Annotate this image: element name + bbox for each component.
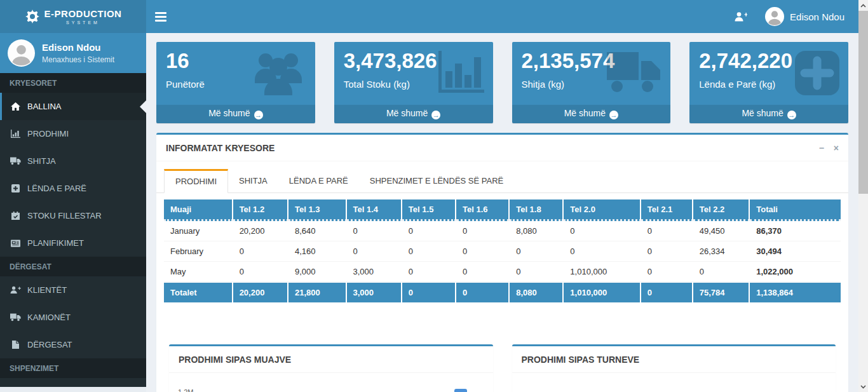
column-header: Tel 2.2 xyxy=(693,199,750,221)
app-logo[interactable]: E-PRODUCTION SYSTEM xyxy=(0,0,146,33)
table-header-row: Muaji Tel 1.2 Tel 1.3 Tel 1.4 Tel 1.5 Te… xyxy=(164,199,841,221)
close-icon[interactable]: × xyxy=(834,143,839,153)
sidebar-item-label: KAMIONËT xyxy=(27,313,71,322)
sidebar-item-planifikimet[interactable]: PLANIFIKIMET xyxy=(0,229,146,257)
column-header: Tel 2.0 xyxy=(564,199,641,221)
column-header: Tel 1.6 xyxy=(456,199,510,221)
column-header: Tel 2.1 xyxy=(641,199,693,221)
plus-square-icon xyxy=(10,184,21,193)
tab-lenda-e-pare[interactable]: LËNDA E PARË xyxy=(278,169,359,193)
avatar xyxy=(765,7,784,26)
column-header: Tel 1.8 xyxy=(510,199,564,221)
stat-card-lenda-e-pare: 2,742,220 Lënda e Parë (kg) Më shumë→ xyxy=(689,42,848,123)
sidebar-item-label: STOKU FILLESTAR xyxy=(27,211,102,220)
legend-swatch[interactable] xyxy=(454,389,467,392)
column-header: Tel 1.2 xyxy=(233,199,288,221)
user-plus-icon[interactable] xyxy=(735,12,747,22)
stat-card-total-stoku: 3,473,826 Total Stoku (kg) Më shumë→ xyxy=(334,42,493,123)
sidebar-item-label: BALLINA xyxy=(27,102,61,111)
sidebar-item-label: KLIENTËT xyxy=(27,285,67,295)
sidebar-item-kamionet[interactable]: KAMIONËT xyxy=(0,304,146,331)
chart-prodhimi-sipas-turneve: PRODHIMI SIPAS TURNEVE xyxy=(512,344,836,392)
table-row: May 0 9,000 3,000 0 0 0 1,010,000 0 0 1,… xyxy=(164,262,841,282)
home-icon xyxy=(10,102,21,111)
cell-total: 1,022,000 xyxy=(750,262,841,282)
table-row: January 20,200 8,640 0 0 0 8,080 0 0 49,… xyxy=(164,221,841,241)
y-axis-tick: 1.2M xyxy=(178,388,193,392)
menu-section-kryesoret: KRYESORET xyxy=(0,73,146,93)
menu-section-shpenzimet: SHPENZIMET xyxy=(0,358,146,378)
sidebar-menu: KRYESORET BALLINA PRODHIMI SHITJA xyxy=(0,73,146,378)
sidebar-toggle-button[interactable] xyxy=(146,0,175,33)
sidebar-item-lenda-e-pare[interactable]: LËNDA E PARË xyxy=(0,175,146,202)
table-row: February 0 4,160 0 0 0 0 0 0 26,334 30,4… xyxy=(164,241,841,262)
users-icon xyxy=(249,50,308,97)
topbar: E-PRODUCTION SYSTEM Edison Ndou xyxy=(0,0,858,33)
file-icon xyxy=(10,341,21,349)
bar-chart-icon xyxy=(435,50,485,97)
brand-name: E-PRODUCTION xyxy=(44,9,122,18)
collapse-icon[interactable]: − xyxy=(819,143,824,153)
arrow-circle-right-icon: → xyxy=(787,111,796,119)
sidebar-item-ballina[interactable]: BALLINA xyxy=(0,93,146,120)
cell-month: January xyxy=(164,221,233,241)
cell-month: May xyxy=(164,262,233,282)
tab-shpenzimet-e-lendes[interactable]: SHPENZIMET E LËNDËS SË PARË xyxy=(359,169,514,193)
tab-shitja[interactable]: SHITJA xyxy=(228,169,278,193)
app-root: E-PRODUCTION SYSTEM Edison Ndou xyxy=(0,0,868,392)
main-content: 16 Punëtorë Më shumë→ 3,473,826 Total St… xyxy=(146,33,858,392)
panel-title: INFORMATAT KRYESORE xyxy=(166,143,275,153)
chart-title: PRODHIMI SIPAS MUAJVE xyxy=(169,346,493,373)
sidebar-item-stoku-fillestar[interactable]: STOKU FILLESTAR xyxy=(0,202,146,229)
sidebar-item-label: SHITJA xyxy=(27,156,56,166)
gear-icon xyxy=(25,9,40,24)
sidebar-item-label: PLANIFIKIMET xyxy=(27,238,84,248)
charts-row: PRODHIMI SIPAS MUAJVE 1.2M PRODHIMI SIPA… xyxy=(169,344,836,392)
more-link[interactable]: Më shumë→ xyxy=(689,105,848,123)
stat-card-shitja: 2,135,574 Shitja (kg) Më shumë→ xyxy=(512,42,671,123)
cell-total: 30,494 xyxy=(750,241,841,262)
scroll-up-button[interactable] xyxy=(858,0,868,11)
more-link[interactable]: Më shumë→ xyxy=(512,105,671,123)
scrollbar-thumb[interactable] xyxy=(858,11,868,194)
chart-area: 1.2M xyxy=(178,388,484,392)
more-link[interactable]: Më shumë→ xyxy=(156,105,315,123)
tab-prodhimi[interactable]: PRODHIMI xyxy=(164,169,228,193)
topbar-user-name: Edison Ndou xyxy=(790,11,844,22)
sidebar-item-shitja[interactable]: SHITJA xyxy=(0,147,146,175)
brand-subtitle: SYSTEM xyxy=(66,20,100,25)
sidebar-item-dergesat[interactable]: DËRGESAT xyxy=(0,331,146,358)
production-table: Muaji Tel 1.2 Tel 1.3 Tel 1.4 Tel 1.5 Te… xyxy=(164,199,841,302)
arrow-circle-right-icon: → xyxy=(254,111,263,119)
vertical-scrollbar[interactable] xyxy=(858,0,868,392)
column-header: Tel 1.3 xyxy=(288,199,347,221)
tab-bar: PRODHIMI SHITJA LËNDA E PARË SHPENZIMET … xyxy=(156,169,848,193)
column-header: Totali xyxy=(750,199,841,221)
sidebar-item-prodhimi[interactable]: PRODHIMI xyxy=(0,120,146,147)
sidebar-user-name: Edison Ndou xyxy=(42,42,114,53)
truck-icon xyxy=(10,157,21,165)
chart-title: PRODHIMI SIPAS TURNEVE xyxy=(512,346,836,373)
arrow-circle-right-icon: → xyxy=(431,111,440,119)
bar-chart-icon xyxy=(10,130,21,138)
sidebar-item-label: DËRGESAT xyxy=(27,340,72,349)
scroll-down-button[interactable] xyxy=(858,381,868,392)
chart-prodhimi-sipas-muajve: PRODHIMI SIPAS MUAJVE 1.2M xyxy=(169,344,493,392)
table-totals-row: Totalet 20,200 21,800 3,000 0 0 8,080 1,… xyxy=(164,282,841,302)
newspaper-icon xyxy=(10,240,21,247)
menu-section-dergesat: DËRGESAT xyxy=(0,257,146,276)
stat-cards-row: 16 Punëtorë Më shumë→ 3,473,826 Total St… xyxy=(156,42,848,123)
arrow-circle-right-icon: → xyxy=(609,111,618,119)
avatar xyxy=(8,39,35,67)
sidebar-item-klientet[interactable]: KLIENTËT xyxy=(0,276,146,304)
cell-total: 86,370 xyxy=(750,221,841,241)
plus-square-icon xyxy=(794,50,841,97)
sidebar-user-role: Menaxhues i Sistemit xyxy=(42,55,114,64)
more-link[interactable]: Më shumë→ xyxy=(334,105,493,123)
user-plus-icon xyxy=(10,286,21,294)
column-header: Muaji xyxy=(164,199,233,221)
sidebar-item-label: LËNDA E PARË xyxy=(27,184,86,193)
calendar-check-icon xyxy=(10,212,21,220)
user-menu[interactable]: Edison Ndou xyxy=(765,7,844,26)
navbar: Edison Ndou xyxy=(146,0,858,33)
